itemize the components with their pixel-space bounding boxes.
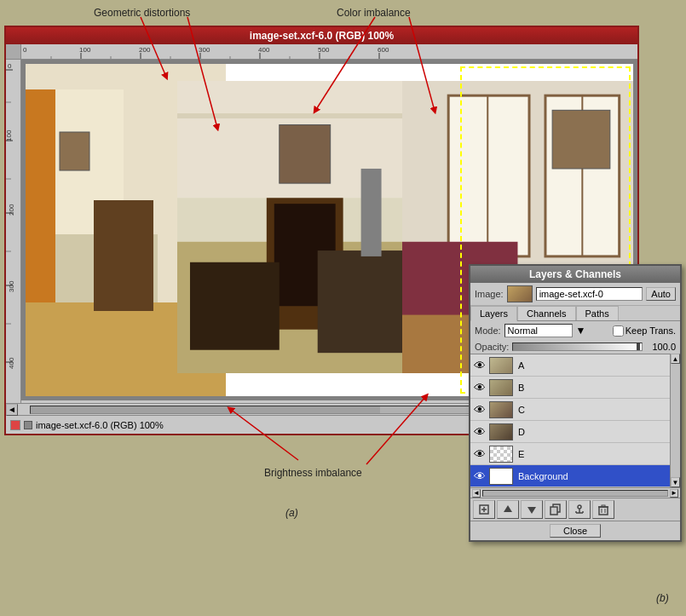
scroll-up-btn[interactable]: ▲ (671, 354, 680, 364)
svg-rect-64 (552, 110, 610, 169)
ruler-corner (6, 44, 21, 60)
brightness-imbalance-label: Brightness imbalance (264, 467, 362, 479)
opacity-row: Opacity: 100.0 (470, 340, 680, 354)
layers-hscroll[interactable]: ◄ ► (470, 487, 680, 498)
mode-dropdown[interactable]: Normal (504, 324, 573, 337)
scroll-track (671, 364, 680, 477)
duplicate-layer-icon (550, 504, 562, 515)
tab-channels[interactable]: Channels (517, 306, 575, 320)
opacity-value: 100.0 (646, 342, 676, 352)
tab-paths[interactable]: Paths (576, 306, 619, 320)
new-layer-icon (478, 504, 490, 515)
layers-hscroll-track[interactable] (482, 490, 668, 497)
layer-row-background[interactable]: 👁 Background (470, 465, 670, 487)
svg-rect-45 (60, 132, 89, 170)
anchor-layer-button[interactable] (568, 500, 591, 519)
svg-rect-52 (190, 262, 280, 349)
color-imbalance-label: Color imbalance (337, 7, 411, 19)
svg-rect-77 (599, 507, 608, 515)
close-row: Close (470, 521, 680, 540)
visibility-eye-e[interactable]: 👁 (473, 447, 487, 461)
layer-row-d[interactable]: 👁 D (470, 421, 670, 443)
label-b: (b) (656, 592, 669, 604)
svg-rect-57 (448, 95, 529, 256)
ruler-h-svg: 100 200 300 400 500 600 0 (21, 44, 637, 59)
layers-list-container: 👁 A 👁 B 👁 C 👁 D (470, 354, 680, 487)
layers-scrollbar[interactable]: ▲ ▼ (670, 354, 680, 487)
layers-bottom-buttons (470, 498, 680, 521)
layer-thumb-d (489, 423, 513, 440)
layer-thumb-e (489, 446, 513, 463)
svg-text:200: 200 (8, 204, 15, 216)
layer-name-d: D (516, 427, 667, 437)
layer-name-b: B (516, 383, 667, 393)
image-thumbnail (507, 285, 533, 302)
hscroll-left-btn[interactable]: ◄ (6, 404, 18, 416)
layer-row-b[interactable]: 👁 B (470, 377, 670, 399)
delete-layer-button[interactable] (592, 500, 614, 519)
lower-layer-button[interactable] (521, 500, 543, 519)
svg-rect-54 (280, 124, 331, 183)
layer-thumb-c (489, 401, 513, 418)
layers-list: 👁 A 👁 B 👁 C 👁 D (470, 354, 670, 487)
visibility-eye-d[interactable]: 👁 (473, 425, 487, 439)
svg-text:600: 600 (378, 46, 389, 54)
layer-thumb-a (489, 357, 513, 374)
layer-row-a[interactable]: 👁 A (470, 354, 670, 377)
visibility-eye-a[interactable]: 👁 (473, 359, 487, 372)
svg-text:0: 0 (23, 46, 27, 54)
svg-text:0: 0 (8, 62, 12, 70)
auto-button[interactable]: Auto (646, 287, 676, 301)
svg-marker-68 (504, 505, 512, 512)
layer-row-c[interactable]: 👁 C (470, 399, 670, 421)
horizontal-ruler: 100 200 300 400 500 600 0 (21, 44, 637, 60)
layers-channels-panel: Layers & Channels Image: image-set.xcf-0… (469, 264, 682, 542)
keep-trans-checkbox[interactable]: Keep Trans. (613, 325, 676, 337)
panel-tabs: Layers Channels Paths (470, 306, 680, 321)
close-button[interactable]: Close (550, 524, 601, 538)
gimp-titlebar: image-set.xcf-6.0 (RGB) 100% (6, 27, 637, 44)
layer-row-e[interactable]: 👁 E (470, 443, 670, 465)
layers-panel-title: Layers & Channels (470, 266, 680, 283)
mode-dropdown-arrow[interactable]: ▼ (576, 325, 583, 337)
opacity-slider-thumb[interactable] (637, 343, 640, 350)
mode-row: Mode: Normal ▼ Keep Trans. (470, 321, 680, 340)
layer-thumb-background (489, 468, 513, 485)
duplicate-layer-button[interactable] (545, 500, 567, 519)
layer-name-a: A (516, 360, 667, 371)
raise-layer-button[interactable] (497, 500, 519, 519)
svg-text:100: 100 (6, 130, 13, 141)
opacity-slider[interactable] (512, 343, 643, 351)
hscroll-thumb[interactable] (31, 406, 380, 413)
tab-layers[interactable]: Layers (470, 306, 517, 321)
svg-rect-79 (602, 505, 605, 507)
gimp-title: image-set.xcf-6.0 (RGB) 100% (250, 30, 394, 42)
svg-text:300: 300 (8, 280, 15, 292)
label-a: (a) (285, 507, 298, 519)
svg-rect-40 (26, 89, 60, 337)
layer-name-e: E (516, 449, 667, 459)
layer-thumb-b (489, 379, 513, 396)
svg-rect-48 (177, 113, 432, 118)
svg-marker-69 (527, 507, 536, 514)
vertical-ruler: 0 100 200 300 400 (6, 60, 21, 403)
layers-hscroll-left[interactable]: ◄ (472, 489, 481, 498)
delete-layer-icon (597, 504, 609, 515)
layers-hscroll-right[interactable]: ► (670, 489, 678, 498)
keep-trans-label: Keep Trans. (625, 325, 676, 336)
visibility-eye-b[interactable]: 👁 (473, 381, 487, 394)
scroll-down-btn[interactable]: ▼ (671, 477, 680, 487)
new-layer-button[interactable] (473, 500, 495, 519)
svg-text:400: 400 (258, 46, 270, 54)
image-selector-row: Image: image-set.xcf-0 Auto (470, 283, 680, 306)
svg-text:200: 200 (139, 46, 151, 54)
raise-layer-icon (502, 504, 514, 515)
svg-rect-71 (551, 507, 557, 515)
keep-trans-cb-input[interactable] (613, 325, 624, 337)
visibility-eye-c[interactable]: 👁 (473, 403, 487, 417)
visibility-eye-background[interactable]: 👁 (473, 469, 487, 483)
svg-text:300: 300 (199, 46, 210, 54)
layer-name-background: Background (516, 471, 667, 481)
svg-rect-55 (361, 168, 382, 256)
status-icon-red (10, 420, 20, 430)
